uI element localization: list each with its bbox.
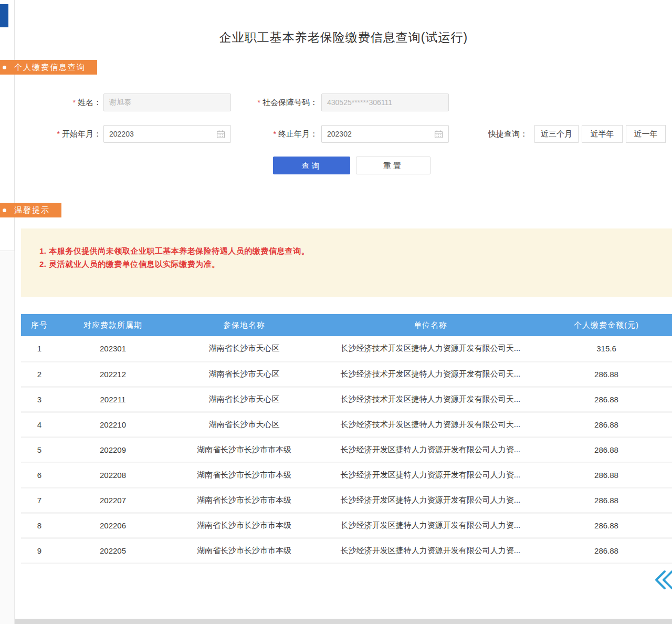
table-cell: 202206 bbox=[58, 513, 168, 538]
sidebar-blue-tab bbox=[0, 4, 8, 27]
table-cell: 286.88 bbox=[541, 513, 672, 538]
required-star: * bbox=[274, 130, 276, 138]
table-cell: 长沙经济技术开发区捷特人力资源开发有限公司天... bbox=[320, 361, 541, 387]
table-cell: 286.88 bbox=[541, 387, 672, 412]
table-cell: 286.88 bbox=[541, 487, 672, 513]
table-header-row: 序号 对应费款所属期 参保地名称 单位名称 个人缴费金额(元) bbox=[21, 314, 672, 336]
table-cell: 湖南省长沙市天心区 bbox=[168, 336, 320, 361]
table-row: 4202210湖南省长沙市天心区长沙经济技术开发区捷特人力资源开发有限公司天..… bbox=[21, 412, 672, 437]
table-row: 1202301湖南省长沙市天心区长沙经济技术开发区捷特人力资源开发有限公司天..… bbox=[21, 336, 672, 361]
table-cell: 9 bbox=[21, 538, 58, 563]
quick-query-halfyear-button[interactable]: 近半年 bbox=[582, 125, 623, 143]
table-cell: 1 bbox=[21, 336, 58, 361]
calendar-icon[interactable] bbox=[434, 130, 443, 139]
col-header-region: 参保地名称 bbox=[168, 314, 320, 336]
table-cell: 长沙经济开发区捷特人力资源开发有限公司人力资... bbox=[320, 538, 541, 563]
table-cell: 长沙经济开发区捷特人力资源开发有限公司人力资... bbox=[320, 462, 541, 487]
notice-line: 2. 灵活就业人员的缴费单位信息以实际缴费为准。 bbox=[39, 257, 662, 271]
table-cell: 湖南省长沙市天心区 bbox=[168, 361, 320, 387]
table-cell: 长沙经济技术开发区捷特人力资源开发有限公司天... bbox=[320, 412, 541, 437]
required-star: * bbox=[57, 130, 60, 138]
table-cell: 长沙经济技术开发区捷特人力资源开发有限公司天... bbox=[320, 387, 541, 412]
table-cell: 202211 bbox=[58, 387, 168, 412]
table-row: 6202208湖南省长沙市长沙市市本级长沙经济开发区捷特人力资源开发有限公司人力… bbox=[21, 462, 672, 487]
table-row: 8202206湖南省长沙市长沙市市本级长沙经济开发区捷特人力资源开发有限公司人力… bbox=[21, 513, 672, 538]
start-month-field-wrap[interactable] bbox=[103, 125, 231, 143]
bullet-icon bbox=[3, 66, 6, 69]
table-cell: 202205 bbox=[58, 538, 168, 563]
payment-table-body: 1202301湖南省长沙市天心区长沙经济技术开发区捷特人力资源开发有限公司天..… bbox=[21, 336, 672, 563]
table-row: 5202209湖南省长沙市长沙市市本级长沙经济开发区捷特人力资源开发有限公司人力… bbox=[21, 437, 672, 462]
col-header-employer: 单位名称 bbox=[320, 314, 541, 336]
table-cell: 286.88 bbox=[541, 412, 672, 437]
ssn-label: *社会保障号码： bbox=[242, 93, 318, 111]
table-cell: 286.88 bbox=[541, 361, 672, 387]
quick-query-3months-button[interactable]: 近三个月 bbox=[534, 125, 579, 143]
double-chevron-left-icon[interactable] bbox=[654, 569, 672, 590]
name-label: *姓名： bbox=[47, 93, 101, 111]
table-cell: 315.6 bbox=[541, 336, 672, 361]
payment-table-wrap: 序号 对应费款所属期 参保地名称 单位名称 个人缴费金额(元) 1202301湖… bbox=[21, 314, 672, 564]
table-cell: 202207 bbox=[58, 487, 168, 513]
section-header-personal-query: 个人缴费信息查询 bbox=[0, 60, 97, 75]
calendar-icon[interactable] bbox=[216, 130, 225, 139]
table-cell: 长沙经济开发区捷特人力资源开发有限公司人力资... bbox=[320, 487, 541, 513]
end-month-label: *终止年月： bbox=[260, 125, 318, 143]
table-cell: 3 bbox=[21, 387, 58, 412]
query-button[interactable]: 查询 bbox=[273, 157, 350, 174]
section-header-tips: 温馨提示 bbox=[0, 203, 61, 217]
table-cell: 6 bbox=[21, 462, 58, 487]
table-cell: 湖南省长沙市长沙市市本级 bbox=[168, 462, 320, 487]
table-cell: 4 bbox=[21, 412, 58, 437]
table-cell: 长沙经济开发区捷特人力资源开发有限公司人力资... bbox=[320, 513, 541, 538]
col-header-index: 序号 bbox=[21, 314, 58, 336]
table-cell: 长沙经济开发区捷特人力资源开发有限公司人力资... bbox=[320, 437, 541, 462]
table-cell: 湖南省长沙市长沙市市本级 bbox=[168, 487, 320, 513]
table-row: 2202212湖南省长沙市天心区长沙经济技术开发区捷特人力资源开发有限公司天..… bbox=[21, 361, 672, 387]
table-cell: 7 bbox=[21, 487, 58, 513]
table-cell: 286.88 bbox=[541, 437, 672, 462]
required-star: * bbox=[73, 98, 76, 107]
bottom-strip bbox=[15, 619, 672, 624]
table-cell: 202209 bbox=[58, 437, 168, 462]
table-cell: 5 bbox=[21, 437, 58, 462]
table-cell: 8 bbox=[21, 513, 58, 538]
ssn-field bbox=[327, 98, 443, 107]
name-field bbox=[109, 98, 225, 107]
bullet-icon bbox=[3, 209, 6, 212]
quick-query-label: 快捷查询： bbox=[488, 125, 532, 143]
start-month-field[interactable] bbox=[109, 130, 213, 138]
ssn-field-wrap bbox=[321, 93, 449, 111]
table-row: 3202211湖南省长沙市天心区长沙经济技术开发区捷特人力资源开发有限公司天..… bbox=[21, 387, 672, 412]
col-header-amount: 个人缴费金额(元) bbox=[541, 314, 672, 336]
notice-box: 1. 本服务仅提供尚未领取企业职工基本养老保险待遇人员的缴费信息查询。 2. 灵… bbox=[21, 228, 672, 297]
section-header-label: 温馨提示 bbox=[14, 205, 50, 215]
table-cell: 长沙经济技术开发区捷特人力资源开发有限公司天... bbox=[320, 336, 541, 361]
required-star: * bbox=[258, 98, 260, 107]
payment-table: 序号 对应费款所属期 参保地名称 单位名称 个人缴费金额(元) 1202301湖… bbox=[21, 314, 672, 564]
table-cell: 湖南省长沙市天心区 bbox=[168, 412, 320, 437]
table-cell: 202208 bbox=[58, 462, 168, 487]
section-header-label: 个人缴费信息查询 bbox=[14, 63, 86, 72]
end-month-field-wrap[interactable] bbox=[321, 125, 449, 143]
name-field-wrap bbox=[103, 93, 231, 111]
col-header-period: 对应费款所属期 bbox=[58, 314, 168, 336]
table-cell: 2 bbox=[21, 361, 58, 387]
table-cell: 202210 bbox=[58, 412, 168, 437]
table-cell: 湖南省长沙市长沙市市本级 bbox=[168, 437, 320, 462]
table-cell: 湖南省长沙市长沙市市本级 bbox=[168, 538, 320, 563]
start-month-label: *开始年月： bbox=[42, 125, 101, 143]
page-title: 企业职工基本养老保险缴费信息查询(试运行) bbox=[15, 29, 672, 46]
quick-query-1year-button[interactable]: 近一年 bbox=[626, 125, 666, 143]
table-cell: 286.88 bbox=[541, 462, 672, 487]
notice-line: 1. 本服务仅提供尚未领取企业职工基本养老保险待遇人员的缴费信息查询。 bbox=[39, 244, 662, 257]
table-cell: 202212 bbox=[58, 361, 168, 387]
reset-button[interactable]: 重置 bbox=[356, 157, 430, 174]
end-month-field[interactable] bbox=[327, 130, 431, 138]
table-cell: 湖南省长沙市长沙市市本级 bbox=[168, 513, 320, 538]
table-row: 7202207湖南省长沙市长沙市市本级长沙经济开发区捷特人力资源开发有限公司人力… bbox=[21, 487, 672, 513]
table-cell: 202301 bbox=[58, 336, 168, 361]
table-cell: 286.88 bbox=[541, 538, 672, 563]
table-cell: 湖南省长沙市天心区 bbox=[168, 387, 320, 412]
table-row: 9202205湖南省长沙市长沙市市本级长沙经济开发区捷特人力资源开发有限公司人力… bbox=[21, 538, 672, 563]
